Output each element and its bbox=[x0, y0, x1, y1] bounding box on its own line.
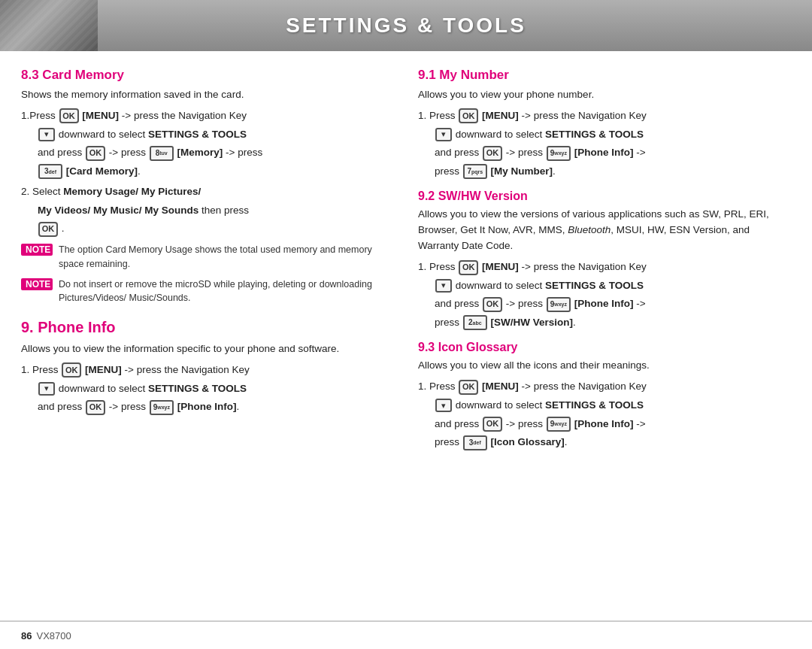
key-2-icon: 2abc bbox=[463, 315, 487, 330]
s93-andpress: and press bbox=[435, 418, 482, 429]
ok-button-icon-1: OK bbox=[59, 108, 79, 123]
step2-line3: OK . bbox=[21, 220, 394, 237]
s93-line4: press 3def [Icon Glossary]. bbox=[418, 434, 791, 450]
s93-press: 1. Press bbox=[418, 381, 456, 392]
left-column: 8.3 Card Memory Shows the memory informa… bbox=[21, 68, 394, 608]
key-9-icon-2: 9wxyz bbox=[547, 146, 571, 161]
s93-text3: -> press bbox=[506, 418, 546, 429]
nav-down-icon-2: ▾ bbox=[38, 382, 55, 396]
ok-button-icon-6: OK bbox=[459, 108, 478, 123]
s92-line2: ▾ downward to select SETTINGS & TOOLS bbox=[418, 277, 791, 294]
phone-info-label-3: [Phone Info] bbox=[574, 298, 634, 309]
s91-text2: downward to select bbox=[456, 129, 545, 140]
page-title: SETTINGS & TOOLS bbox=[98, 14, 714, 38]
section-93-step1: 1. Press OK [MENU] -> press the Navigati… bbox=[418, 378, 791, 450]
step1-line3: and press OK -> press 8tuv [Memory] -> p… bbox=[21, 144, 394, 161]
s91-line3: and press OK -> press 9wxyz [Phone Info]… bbox=[418, 144, 791, 161]
s92-line3: and press OK -> press 9wxyz [Phone Info]… bbox=[418, 296, 791, 312]
section-9: 9. Phone Info Allows you to view the inf… bbox=[21, 319, 394, 415]
note-text-1: The option Card Memory Usage shows the t… bbox=[59, 243, 394, 271]
note-1: NOTE The option Card Memory Usage shows … bbox=[21, 243, 394, 271]
s92-line4: press 2abc [SW/HW Version]. bbox=[418, 314, 791, 331]
nav-down-icon-3: ▾ bbox=[435, 128, 452, 141]
section-83: 8.3 Card Memory Shows the memory informa… bbox=[21, 68, 394, 305]
step1-text2: downward to select bbox=[59, 129, 148, 140]
step1-press2: -> press bbox=[226, 147, 262, 158]
ok-button-icon-5: OK bbox=[86, 400, 105, 415]
step2-line1: 2. Select Memory Usage/ My Pictures/ bbox=[21, 183, 394, 200]
menu-label-5: [MENU] bbox=[482, 381, 519, 392]
s91-text1: -> press the Navigation Key bbox=[522, 110, 647, 121]
sw-hw-label: [SW/HW Version] bbox=[491, 317, 574, 328]
my-videos-label: My Videos/ My Music/ My Sounds bbox=[38, 205, 198, 216]
s9-press: 1. Press bbox=[21, 364, 59, 375]
header-image bbox=[0, 0, 98, 51]
settings-tools-label-2: SETTINGS & TOOLS bbox=[148, 383, 247, 394]
ok-button-icon-4: OK bbox=[62, 362, 81, 378]
s9-step1-line2: ▾ downward to select SETTINGS & TOOLS bbox=[21, 381, 394, 397]
s91-press2: press bbox=[435, 165, 462, 177]
s9-step1-line1: 1. Press OK [MENU] -> press the Navigati… bbox=[21, 362, 394, 378]
key-9-icon-1: 9wxyz bbox=[150, 400, 174, 415]
memory-usage-label: Memory Usage/ My Pictures/ bbox=[63, 186, 201, 197]
section-92-step1: 1. Press OK [MENU] -> press the Navigati… bbox=[418, 259, 791, 330]
settings-tools-label-5: SETTINGS & TOOLS bbox=[545, 399, 644, 411]
s93-line1: 1. Press OK [MENU] -> press the Navigati… bbox=[418, 378, 791, 395]
s9-andpress: and press bbox=[38, 401, 85, 412]
nav-down-icon-4: ▾ bbox=[435, 279, 452, 293]
menu-label-3: [MENU] bbox=[482, 110, 519, 121]
key-8-icon: 8tuv bbox=[150, 146, 174, 161]
memory-label: [Memory] bbox=[177, 147, 223, 158]
nav-down-icon-1: ▾ bbox=[38, 128, 55, 141]
ok-button-icon-11: OK bbox=[483, 417, 502, 432]
menu-label-4: [MENU] bbox=[482, 261, 519, 272]
settings-tools-label-3: SETTINGS & TOOLS bbox=[545, 129, 644, 140]
s9-text1: -> press the Navigation Key bbox=[125, 364, 250, 375]
s91-line4: press 7pqrs [My Number]. bbox=[418, 163, 791, 180]
key-9-icon-4: 9wxyz bbox=[547, 417, 571, 432]
s91-line2: ▾ downward to select SETTINGS & TOOLS bbox=[418, 126, 791, 143]
ok-button-icon-8: OK bbox=[459, 260, 478, 275]
key-3-icon-1: 3def bbox=[38, 164, 62, 179]
ok-button-icon-10: OK bbox=[459, 380, 478, 395]
step1-text1: -> press the Navigation Key bbox=[122, 110, 247, 121]
s9-text3: -> press bbox=[109, 401, 149, 412]
s92-text1: -> press the Navigation Key bbox=[522, 261, 647, 272]
s92-line1: 1. Press OK [MENU] -> press the Navigati… bbox=[418, 259, 791, 275]
menu-label-1: [MENU] bbox=[82, 110, 119, 121]
section-9-step1: 1. Press OK [MENU] -> press the Navigati… bbox=[21, 362, 394, 415]
s9-step1-line3: and press OK -> press 9wxyz [Phone Info]… bbox=[21, 399, 394, 415]
s92-andpress: and press bbox=[435, 298, 482, 309]
right-column: 9.1 My Number Allows you to view your ph… bbox=[418, 68, 791, 608]
step1-line1: 1.Press OK [MENU] -> press the Navigatio… bbox=[21, 108, 394, 124]
phone-info-label-2: [Phone Info] bbox=[574, 147, 634, 158]
step1-line2: ▾ downward to select SETTINGS & TOOLS bbox=[21, 126, 394, 143]
key-9-icon-3: 9wxyz bbox=[547, 297, 571, 312]
s92-press: 1. Press bbox=[418, 261, 456, 272]
page-footer: 86 VX8700 bbox=[0, 620, 812, 649]
s92-arrow: -> bbox=[636, 298, 645, 309]
note-label-1: NOTE bbox=[21, 244, 53, 256]
section-92-desc: Allows you to view the versions of vario… bbox=[418, 207, 791, 254]
my-number-label: [My Number] bbox=[491, 165, 553, 177]
s92-press2: press bbox=[435, 317, 462, 328]
section-91-step1: 1. Press OK [MENU] -> press the Navigati… bbox=[418, 108, 791, 179]
s91-line1: 1. Press OK [MENU] -> press the Navigati… bbox=[418, 108, 791, 124]
section-83-desc: Shows the memory information saved in th… bbox=[21, 87, 394, 103]
nav-down-icon-5: ▾ bbox=[435, 399, 452, 412]
s91-arrow: -> bbox=[636, 147, 645, 158]
menu-label-2: [MENU] bbox=[85, 364, 122, 375]
step1-andpress: and press bbox=[38, 147, 85, 158]
section-92: 9.2 SW/HW Version Allows you to view the… bbox=[418, 190, 791, 330]
s91-press: 1. Press bbox=[418, 110, 456, 121]
note-2: NOTE Do not insert or remove the microSD… bbox=[21, 277, 394, 306]
phone-info-label-1: [Phone Info] bbox=[177, 401, 237, 412]
section-92-title: 9.2 SW/HW Version bbox=[418, 190, 791, 203]
step2-line2: My Videos/ My Music/ My Sounds then pres… bbox=[21, 202, 394, 219]
s93-text2: downward to select bbox=[456, 399, 545, 411]
main-content: 8.3 Card Memory Shows the memory informa… bbox=[0, 51, 812, 620]
key-7-icon: 7pqrs bbox=[463, 164, 487, 179]
s92-text3: -> press bbox=[506, 298, 546, 309]
s93-arrow: -> bbox=[636, 418, 645, 429]
bluetooth-italic: Bluetooth bbox=[568, 224, 611, 235]
